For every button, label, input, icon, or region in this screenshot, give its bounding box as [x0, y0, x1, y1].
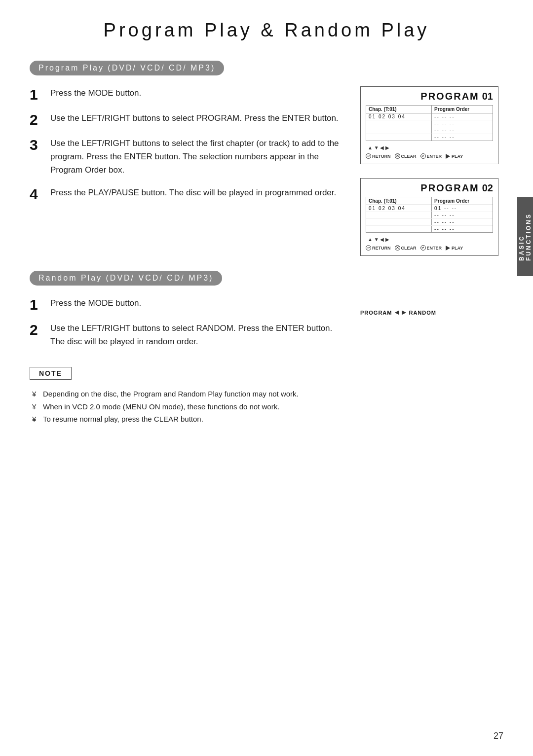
prog-order-1-3: -- -- --	[432, 127, 493, 134]
random-step-text-1: Press the MODE button.	[50, 296, 141, 310]
sidebar-line2: FUNCTIONS	[525, 213, 532, 261]
page-number: 27	[494, 731, 503, 741]
note-text-1: Depending on the disc, the Program and R…	[43, 388, 299, 400]
ctrl-clear-label-1: CLEAR	[401, 154, 417, 159]
step-number-2: 2	[30, 111, 44, 128]
ctrl-enter-label-1: ENTER	[427, 154, 442, 159]
prog-controls-2: ↩ RETURN ✕ CLEAR ↵ ENTER PLAY	[366, 245, 493, 251]
random-arrow-right-icon: ▶	[402, 309, 406, 316]
prog-row-2-1: 01 02 03 04 01 -- --	[366, 205, 493, 212]
sidebar-line1: BASIC	[518, 235, 525, 260]
prog-row-1-4: -- -- --	[366, 134, 493, 141]
ctrl-return-1: ↩ RETURN	[366, 153, 391, 159]
prog-order-1-2: -- -- --	[432, 120, 493, 127]
step-text-3: Use the LEFT/RIGHT buttons to select the…	[50, 137, 350, 177]
random-random-label: RANDOM	[409, 310, 436, 316]
prog-chap-2-4	[366, 226, 432, 232]
sidebar-tab-text: BASIC FUNCTIONS	[518, 213, 532, 261]
ctrl-return-label-2: RETURN	[372, 246, 391, 251]
prog-order-1-4: -- -- --	[432, 134, 493, 141]
random-section-header: Random Play (DVD/ VCD/ CD/ MP3)	[30, 271, 222, 286]
play-icon-2	[446, 246, 450, 251]
program-diagrams-column: PROGRAM 01 Chap. (T:01) Program Order 01…	[360, 86, 503, 256]
ctrl-play-1: PLAY	[446, 154, 463, 159]
ctrl-play-label-2: PLAY	[452, 246, 463, 251]
program-step-2: 2 Use the LEFT/RIGHT buttons to select P…	[30, 111, 350, 128]
step-number-4: 4	[30, 186, 44, 202]
program-table-1: Chap. (T:01) Program Order 01 02 03 04 -…	[366, 105, 493, 141]
ctrl-return-label-1: RETURN	[372, 154, 391, 159]
program-num-1: 01	[482, 91, 493, 102]
chap-header-1: Chap. (T:01)	[366, 106, 432, 113]
prog-order-2-2: -- -- --	[432, 212, 493, 218]
prog-chap-2-2	[366, 212, 432, 218]
ctrl-clear-2: ✕ CLEAR	[395, 245, 417, 251]
order-header-1: Program Order	[432, 106, 493, 113]
note-item-1: ¥ Depending on the disc, the Program and…	[32, 388, 503, 400]
program-step-3: 3 Use the LEFT/RIGHT buttons to select t…	[30, 137, 350, 177]
prog-nav-arrows-2: ▲ ▼ ◀ ▶	[366, 236, 493, 243]
program-label-2: PROGRAM	[420, 182, 479, 194]
program-header-row-2: PROGRAM 02	[366, 182, 493, 194]
prog-row-1-2: -- -- --	[366, 120, 493, 127]
random-diagram-col: PROGRAM ◀ ▶ RANDOM	[360, 296, 503, 357]
program-table-2: Chap. (T:01) Program Order 01 02 03 04 0…	[366, 197, 493, 233]
random-section: Random Play (DVD/ VCD/ CD/ MP3) 1 Press …	[30, 271, 503, 357]
random-content-area: 1 Press the MODE button. 2 Use the LEFT/…	[30, 296, 503, 357]
prog-order-2-1: 01 -- --	[432, 205, 493, 212]
random-diagram: PROGRAM ◀ ▶ RANDOM	[360, 305, 503, 320]
program-label-1: PROGRAM	[420, 91, 479, 102]
random-step-1: 1 Press the MODE button.	[30, 296, 350, 313]
random-step-text-2: Use the LEFT/RIGHT buttons to select RAN…	[50, 324, 332, 333]
clear-icon-1: ✕	[395, 153, 400, 159]
note-items: ¥ Depending on the disc, the Program and…	[30, 388, 503, 426]
prog-row-1-1: 01 02 03 04 -- -- --	[366, 113, 493, 120]
enter-icon-2: ↵	[420, 245, 426, 251]
ctrl-enter-label-2: ENTER	[427, 246, 442, 251]
page-title: Program Play & Random Play	[30, 20, 503, 41]
random-step-number-2: 2	[30, 322, 44, 338]
step-text-2: Use the LEFT/RIGHT buttons to select PRO…	[50, 111, 339, 125]
ctrl-return-2: ↩ RETURN	[366, 245, 391, 251]
return-icon-2: ↩	[366, 245, 371, 251]
yen-mark-2: ¥	[32, 400, 41, 413]
page-container: Program Play & Random Play Program Play …	[0, 0, 533, 756]
chap-header-2: Chap. (T:01)	[366, 197, 432, 205]
ctrl-enter-2: ↵ ENTER	[420, 245, 442, 251]
play-icon-1	[446, 154, 450, 159]
prog-chap-1-2	[366, 120, 432, 127]
program-content-area: 1 Press the MODE button. 2 Use the LEFT/…	[30, 86, 503, 256]
program-table-header-1: Chap. (T:01) Program Order	[366, 106, 493, 113]
program-num-2: 02	[482, 182, 493, 194]
ctrl-play-label-1: PLAY	[452, 154, 463, 159]
note-text-2: When in VCD 2.0 mode (MENU ON mode), the…	[43, 400, 279, 413]
enter-icon-1: ↵	[420, 153, 426, 159]
program-section-header: Program Play (DVD/ VCD/ CD/ MP3)	[30, 61, 224, 75]
note-section: NOTE ¥ Depending on the disc, the Progra…	[30, 357, 503, 426]
program-step-1: 1 Press the MODE button.	[30, 86, 350, 103]
prog-row-2-2: -- -- --	[366, 212, 493, 219]
step-text-1: Press the MODE button.	[50, 86, 141, 100]
random-steps-col: 1 Press the MODE button. 2 Use the LEFT/…	[30, 296, 350, 357]
program-steps-column: 1 Press the MODE button. 2 Use the LEFT/…	[30, 86, 350, 256]
note-item-2: ¥ When in VCD 2.0 mode (MENU ON mode), t…	[32, 400, 503, 413]
sidebar-tab: BASIC FUNCTIONS	[517, 197, 533, 276]
program-header-row-1: PROGRAM 01	[366, 91, 493, 102]
prog-order-2-3: -- -- --	[432, 219, 493, 225]
ctrl-play-2: PLAY	[446, 246, 463, 251]
prog-chap-1-1: 01 02 03 04	[366, 113, 432, 120]
note-item-3: ¥ To resume normal play, press the CLEAR…	[32, 413, 503, 426]
prog-chap-2-1: 01 02 03 04	[366, 205, 432, 212]
prog-row-1-3: -- -- --	[366, 127, 493, 134]
yen-mark-3: ¥	[32, 413, 41, 426]
program-table-body-2: 01 02 03 04 01 -- -- -- -- -- -- -- --	[366, 205, 493, 232]
random-step-number-1: 1	[30, 296, 44, 313]
yen-mark-1: ¥	[32, 388, 41, 400]
note-box-label: NOTE	[30, 367, 72, 380]
prog-chap-1-4	[366, 134, 432, 141]
ctrl-enter-1: ↵ ENTER	[420, 153, 442, 159]
return-icon-1: ↩	[366, 153, 371, 159]
order-header-2: Program Order	[432, 197, 493, 205]
step-number-1: 1	[30, 86, 44, 103]
prog-row-2-3: -- -- --	[366, 219, 493, 226]
